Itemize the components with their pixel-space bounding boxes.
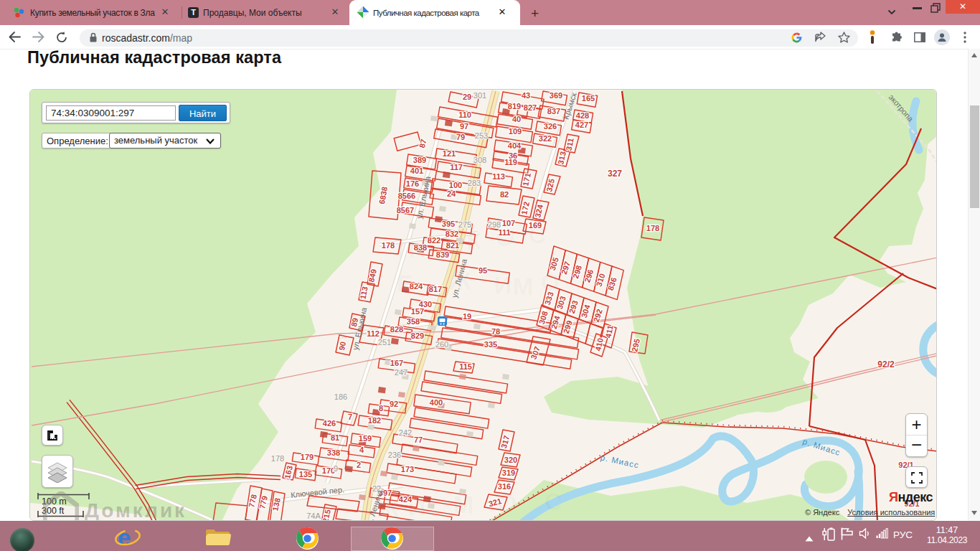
svg-text:157: 157 xyxy=(411,307,424,316)
svg-text:389: 389 xyxy=(413,156,426,164)
svg-text:822: 822 xyxy=(428,236,440,245)
svg-text:827: 827 xyxy=(524,103,537,112)
svg-text:97: 97 xyxy=(460,122,468,131)
svg-text:92: 92 xyxy=(390,400,398,408)
svg-text:167: 167 xyxy=(390,359,403,367)
svg-text:275: 275 xyxy=(458,220,471,229)
svg-text:8566: 8566 xyxy=(398,192,415,200)
svg-text:182: 182 xyxy=(368,416,381,425)
svg-text:29: 29 xyxy=(463,93,471,101)
svg-text:326: 326 xyxy=(544,122,557,131)
svg-text:8567: 8567 xyxy=(397,206,414,215)
svg-text:428: 428 xyxy=(576,111,589,120)
svg-text:319: 319 xyxy=(502,468,515,477)
svg-text:322: 322 xyxy=(539,134,552,143)
svg-text:165: 165 xyxy=(582,94,595,103)
svg-text:90: 90 xyxy=(337,341,347,351)
svg-text:178: 178 xyxy=(646,224,659,232)
svg-text:7: 7 xyxy=(348,413,352,421)
svg-text:107: 107 xyxy=(502,219,515,227)
svg-text:117: 117 xyxy=(450,163,463,171)
svg-text:829: 829 xyxy=(411,331,424,340)
svg-text:178: 178 xyxy=(271,454,284,463)
svg-text:298: 298 xyxy=(488,220,501,229)
svg-text:121: 121 xyxy=(443,149,456,158)
svg-text:40: 40 xyxy=(512,115,521,123)
svg-text:110: 110 xyxy=(458,110,471,119)
svg-text:М: М xyxy=(513,273,533,300)
svg-text:316: 316 xyxy=(498,482,511,491)
svg-text:401: 401 xyxy=(410,166,423,175)
svg-text:112: 112 xyxy=(367,329,380,338)
svg-text:78: 78 xyxy=(491,327,500,336)
svg-text:2: 2 xyxy=(357,461,361,469)
svg-text:173: 173 xyxy=(401,465,414,474)
svg-text:426: 426 xyxy=(323,419,336,428)
svg-text:119: 119 xyxy=(504,158,517,166)
svg-text:838: 838 xyxy=(414,243,427,252)
svg-text:301: 301 xyxy=(473,91,486,100)
svg-text:24: 24 xyxy=(447,189,456,198)
svg-text:837: 837 xyxy=(547,107,560,116)
svg-text:111: 111 xyxy=(498,228,510,237)
svg-text:260: 260 xyxy=(435,340,448,349)
svg-text:186: 186 xyxy=(334,392,347,401)
svg-text:92/2: 92/2 xyxy=(877,359,895,369)
svg-text:424: 424 xyxy=(399,495,413,504)
svg-text:338: 338 xyxy=(327,448,340,457)
svg-text:135: 135 xyxy=(299,470,312,479)
svg-text:82: 82 xyxy=(500,190,509,199)
svg-text:115: 115 xyxy=(459,362,472,371)
svg-text:817: 817 xyxy=(429,285,442,293)
svg-text:369: 369 xyxy=(550,91,562,100)
svg-text:236: 236 xyxy=(388,451,401,459)
svg-text:395: 395 xyxy=(442,220,455,228)
svg-text:821: 821 xyxy=(446,241,459,250)
svg-text:335: 335 xyxy=(484,340,497,349)
svg-text:О: О xyxy=(541,268,560,296)
svg-text:100: 100 xyxy=(449,181,462,189)
svg-text:179: 179 xyxy=(301,453,314,461)
svg-text:159: 159 xyxy=(359,434,372,443)
svg-text:308: 308 xyxy=(473,156,486,164)
svg-text:283: 283 xyxy=(468,179,481,187)
svg-text:43: 43 xyxy=(522,91,530,100)
svg-text:824: 824 xyxy=(410,282,423,291)
svg-text:427: 427 xyxy=(575,121,588,129)
svg-text:251: 251 xyxy=(378,338,391,347)
svg-text:400: 400 xyxy=(430,398,443,407)
svg-text:327: 327 xyxy=(608,169,622,179)
svg-text:95: 95 xyxy=(479,266,487,275)
svg-text:79: 79 xyxy=(456,133,465,141)
svg-text:8: 8 xyxy=(379,404,383,413)
svg-text:404: 404 xyxy=(508,141,522,150)
svg-text:358: 358 xyxy=(407,317,420,326)
svg-text:113: 113 xyxy=(492,172,505,181)
svg-text:С: С xyxy=(545,488,562,515)
svg-text:81: 81 xyxy=(331,433,339,442)
svg-text:77: 77 xyxy=(414,435,423,444)
svg-text:169: 169 xyxy=(529,221,542,230)
svg-text:819: 819 xyxy=(508,102,521,110)
svg-text:320: 320 xyxy=(504,456,517,464)
svg-text:109: 109 xyxy=(509,127,522,136)
svg-text:176: 176 xyxy=(406,179,419,188)
svg-text:242: 242 xyxy=(399,428,412,437)
svg-text:839: 839 xyxy=(436,250,449,259)
svg-text:19: 19 xyxy=(463,312,471,321)
svg-text:74А: 74А xyxy=(306,512,321,520)
svg-text:4: 4 xyxy=(359,446,364,454)
svg-text:178: 178 xyxy=(382,241,395,250)
svg-text:247: 247 xyxy=(395,368,407,377)
svg-text:828: 828 xyxy=(390,325,403,334)
svg-text:832: 832 xyxy=(446,230,458,238)
svg-text:253: 253 xyxy=(475,131,488,140)
svg-text:9: 9 xyxy=(334,464,338,473)
